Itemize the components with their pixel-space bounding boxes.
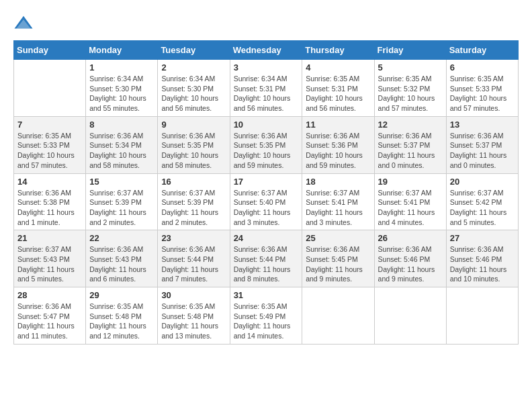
logo (13, 13, 36, 34)
day-info: Sunrise: 6:36 AM Sunset: 5:45 PM Dayligh… (306, 244, 370, 284)
day-info: Sunrise: 6:37 AM Sunset: 5:41 PM Dayligh… (306, 188, 370, 228)
day-info: Sunrise: 6:37 AM Sunset: 5:40 PM Dayligh… (234, 188, 299, 228)
day-info: Sunrise: 6:36 AM Sunset: 5:43 PM Dayligh… (89, 244, 154, 284)
day-number: 5 (378, 62, 443, 73)
calendar-table: SundayMondayTuesdayWednesdayThursdayFrid… (13, 40, 519, 345)
day-cell: 12Sunrise: 6:36 AM Sunset: 5:37 PM Dayli… (374, 116, 446, 173)
day-info: Sunrise: 6:34 AM Sunset: 5:31 PM Dayligh… (234, 74, 299, 113)
header-friday: Friday (374, 41, 446, 60)
day-info: Sunrise: 6:37 AM Sunset: 5:39 PM Dayligh… (89, 188, 154, 228)
day-info: Sunrise: 6:36 AM Sunset: 5:35 PM Dayligh… (234, 131, 299, 171)
day-number: 21 (17, 233, 82, 243)
day-number: 19 (378, 177, 443, 187)
week-row-3: 21Sunrise: 6:37 AM Sunset: 5:43 PM Dayli… (14, 230, 519, 287)
day-number: 29 (89, 290, 154, 300)
header-sunday: Sunday (14, 41, 86, 60)
day-cell: 29Sunrise: 6:35 AM Sunset: 5:48 PM Dayli… (86, 287, 158, 345)
day-cell: 30Sunrise: 6:35 AM Sunset: 5:48 PM Dayli… (158, 287, 230, 345)
day-info: Sunrise: 6:35 AM Sunset: 5:32 PM Dayligh… (378, 74, 443, 113)
day-info: Sunrise: 6:36 AM Sunset: 5:46 PM Dayligh… (450, 244, 515, 284)
day-info: Sunrise: 6:36 AM Sunset: 5:46 PM Dayligh… (378, 244, 443, 284)
day-info: Sunrise: 6:37 AM Sunset: 5:42 PM Dayligh… (450, 188, 515, 228)
logo-icon (13, 13, 34, 34)
day-cell: 24Sunrise: 6:36 AM Sunset: 5:44 PM Dayli… (230, 230, 302, 287)
week-row-1: 7Sunrise: 6:35 AM Sunset: 5:33 PM Daylig… (14, 116, 519, 173)
page-header (13, 13, 519, 34)
header-monday: Monday (86, 41, 158, 60)
day-info: Sunrise: 6:36 AM Sunset: 5:38 PM Dayligh… (17, 188, 82, 228)
day-cell: 15Sunrise: 6:37 AM Sunset: 5:39 PM Dayli… (86, 173, 158, 230)
header-wednesday: Wednesday (230, 41, 302, 60)
day-number: 9 (161, 120, 226, 130)
day-number: 28 (17, 290, 82, 300)
header-saturday: Saturday (446, 41, 518, 60)
day-number: 7 (17, 120, 82, 130)
day-info: Sunrise: 6:36 AM Sunset: 5:36 PM Dayligh… (306, 131, 370, 171)
day-cell (302, 287, 374, 345)
day-info: Sunrise: 6:37 AM Sunset: 5:39 PM Dayligh… (161, 188, 226, 228)
day-info: Sunrise: 6:35 AM Sunset: 5:33 PM Dayligh… (450, 74, 515, 113)
day-number: 3 (234, 62, 299, 73)
day-number: 11 (306, 120, 370, 130)
week-row-0: 1Sunrise: 6:34 AM Sunset: 5:30 PM Daylig… (14, 60, 519, 117)
day-info: Sunrise: 6:36 AM Sunset: 5:35 PM Dayligh… (161, 131, 226, 171)
day-cell: 10Sunrise: 6:36 AM Sunset: 5:35 PM Dayli… (230, 116, 302, 173)
day-number: 2 (161, 62, 226, 73)
day-number: 16 (161, 177, 226, 187)
day-cell: 20Sunrise: 6:37 AM Sunset: 5:42 PM Dayli… (446, 173, 518, 230)
header-row: SundayMondayTuesdayWednesdayThursdayFrid… (14, 41, 519, 60)
day-number: 23 (161, 233, 226, 243)
day-number: 24 (234, 233, 299, 243)
header-thursday: Thursday (302, 41, 374, 60)
day-number: 4 (306, 62, 370, 73)
day-info: Sunrise: 6:34 AM Sunset: 5:30 PM Dayligh… (89, 74, 154, 113)
day-number: 12 (378, 120, 443, 130)
day-number: 17 (234, 177, 299, 187)
day-number: 8 (89, 120, 154, 130)
day-number: 25 (306, 233, 370, 243)
day-info: Sunrise: 6:36 AM Sunset: 5:37 PM Dayligh… (450, 131, 515, 171)
day-number: 26 (378, 233, 443, 243)
day-info: Sunrise: 6:36 AM Sunset: 5:37 PM Dayligh… (378, 131, 443, 171)
day-cell (374, 287, 446, 345)
day-number: 30 (161, 290, 226, 300)
day-cell: 9Sunrise: 6:36 AM Sunset: 5:35 PM Daylig… (158, 116, 230, 173)
day-number: 27 (450, 233, 515, 243)
day-number: 22 (89, 233, 154, 243)
day-cell: 3Sunrise: 6:34 AM Sunset: 5:31 PM Daylig… (230, 60, 302, 117)
header-tuesday: Tuesday (158, 41, 230, 60)
day-cell: 8Sunrise: 6:36 AM Sunset: 5:34 PM Daylig… (86, 116, 158, 173)
day-info: Sunrise: 6:35 AM Sunset: 5:48 PM Dayligh… (161, 302, 226, 341)
day-number: 13 (450, 120, 515, 130)
day-info: Sunrise: 6:35 AM Sunset: 5:49 PM Dayligh… (234, 302, 299, 341)
day-info: Sunrise: 6:35 AM Sunset: 5:31 PM Dayligh… (306, 74, 370, 113)
day-cell: 23Sunrise: 6:36 AM Sunset: 5:44 PM Dayli… (158, 230, 230, 287)
day-number: 10 (234, 120, 299, 130)
day-cell: 21Sunrise: 6:37 AM Sunset: 5:43 PM Dayli… (14, 230, 86, 287)
week-row-2: 14Sunrise: 6:36 AM Sunset: 5:38 PM Dayli… (14, 173, 519, 230)
day-info: Sunrise: 6:36 AM Sunset: 5:44 PM Dayligh… (161, 244, 226, 284)
day-cell: 17Sunrise: 6:37 AM Sunset: 5:40 PM Dayli… (230, 173, 302, 230)
day-info: Sunrise: 6:37 AM Sunset: 5:41 PM Dayligh… (378, 188, 443, 228)
day-cell: 4Sunrise: 6:35 AM Sunset: 5:31 PM Daylig… (302, 60, 374, 117)
day-cell: 25Sunrise: 6:36 AM Sunset: 5:45 PM Dayli… (302, 230, 374, 287)
day-cell: 26Sunrise: 6:36 AM Sunset: 5:46 PM Dayli… (374, 230, 446, 287)
day-cell: 5Sunrise: 6:35 AM Sunset: 5:32 PM Daylig… (374, 60, 446, 117)
day-cell (14, 60, 86, 117)
day-number: 15 (89, 177, 154, 187)
day-cell: 31Sunrise: 6:35 AM Sunset: 5:49 PM Dayli… (230, 287, 302, 345)
day-number: 18 (306, 177, 370, 187)
day-cell: 1Sunrise: 6:34 AM Sunset: 5:30 PM Daylig… (86, 60, 158, 117)
day-info: Sunrise: 6:35 AM Sunset: 5:33 PM Dayligh… (17, 131, 82, 171)
day-cell: 11Sunrise: 6:36 AM Sunset: 5:36 PM Dayli… (302, 116, 374, 173)
day-info: Sunrise: 6:36 AM Sunset: 5:44 PM Dayligh… (234, 244, 299, 284)
day-cell: 19Sunrise: 6:37 AM Sunset: 5:41 PM Dayli… (374, 173, 446, 230)
day-cell: 14Sunrise: 6:36 AM Sunset: 5:38 PM Dayli… (14, 173, 86, 230)
day-cell (446, 287, 518, 345)
day-cell: 28Sunrise: 6:36 AM Sunset: 5:47 PM Dayli… (14, 287, 86, 345)
day-number: 1 (89, 62, 154, 73)
day-info: Sunrise: 6:36 AM Sunset: 5:47 PM Dayligh… (17, 302, 82, 341)
day-cell: 2Sunrise: 6:34 AM Sunset: 5:30 PM Daylig… (158, 60, 230, 117)
day-number: 6 (450, 62, 515, 73)
week-row-4: 28Sunrise: 6:36 AM Sunset: 5:47 PM Dayli… (14, 287, 519, 345)
